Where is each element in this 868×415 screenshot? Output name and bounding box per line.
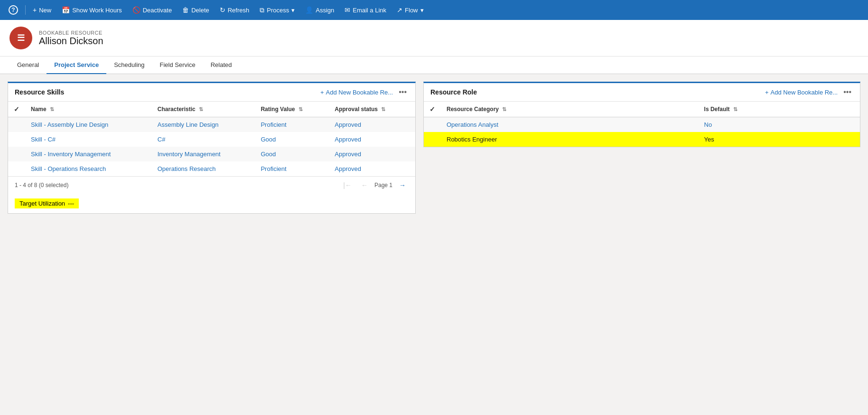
header-text: BOOKABLE RESOURCE Allison Dickson — [39, 30, 103, 47]
page-label: Page 1 — [374, 182, 392, 189]
skill-name[interactable]: Skill - Inventory Management — [25, 147, 152, 161]
main-toolbar: ? + New 📅 Show Work Hours 🚫 Deactivate 🗑… — [0, 0, 868, 20]
new-icon: + — [33, 6, 37, 14]
assign-button[interactable]: 👤 Assign — [300, 4, 339, 16]
skill-rating: Good — [255, 147, 329, 161]
page-controls: |← ← Page 1 → — [340, 180, 409, 190]
skill-rating: Good — [255, 132, 329, 147]
skill-rating: Proficient — [255, 117, 329, 132]
main-content: Resource Skills + Add New Bookable Re...… — [0, 74, 868, 221]
resource-skills-header: Resource Skills + Add New Bookable Re...… — [8, 83, 415, 102]
toolbar-divider-1 — [25, 5, 26, 15]
tab-related[interactable]: Related — [203, 57, 240, 74]
skill-characteristic[interactable]: Inventory Management — [152, 147, 255, 161]
skill-name[interactable]: Skill - Assembly Line Design — [25, 117, 152, 132]
skills-rating-header[interactable]: Rating Value ⇅ — [255, 102, 329, 117]
skill-approval: Approved — [329, 161, 415, 176]
skill-name[interactable]: Skill - C# — [25, 132, 152, 147]
default-sort-icon: ⇅ — [733, 106, 737, 112]
target-utilization-value: --- — [68, 200, 74, 207]
skills-check-header[interactable]: ✓ — [8, 102, 25, 117]
role-is-default: No — [699, 117, 860, 132]
rating-sort-icon: ⇅ — [299, 106, 303, 112]
skills-characteristic-header[interactable]: Characteristic ⇅ — [152, 102, 255, 117]
table-row[interactable]: Skill - Inventory Management Inventory M… — [8, 147, 415, 161]
next-page-button[interactable]: → — [396, 180, 409, 190]
role-default-header[interactable]: Is Default ⇅ — [699, 102, 860, 117]
calendar-icon: 📅 — [62, 6, 70, 14]
table-row[interactable]: Skill - C# C# Good Approved — [8, 132, 415, 147]
deactivate-icon: 🚫 — [132, 6, 140, 14]
skill-characteristic[interactable]: Assembly Line Design — [152, 117, 255, 132]
table-row[interactable]: Operations Analyst No — [424, 117, 860, 132]
target-utilization-section: Target Utilization --- — [8, 194, 415, 213]
row-check[interactable] — [8, 132, 25, 147]
flow-button[interactable]: ↗ Flow ▾ — [392, 4, 428, 16]
target-utilization-badge: Target Utilization --- — [15, 198, 79, 208]
skills-rating-label: Rating Value — [261, 106, 295, 113]
role-check-header[interactable]: ✓ — [424, 102, 441, 117]
process-icon: ⧉ — [260, 6, 264, 14]
skill-characteristic[interactable]: Operations Research — [152, 161, 255, 176]
refresh-icon: ↻ — [220, 6, 225, 14]
refresh-button[interactable]: ↻ Refresh — [215, 4, 254, 16]
skills-characteristic-label: Characteristic — [158, 106, 196, 113]
help-button[interactable]: ? — [4, 3, 23, 17]
resource-role-more-button[interactable]: ••• — [841, 88, 853, 96]
checkmark-icon: ✓ — [14, 105, 19, 113]
trash-icon: 🗑 — [182, 6, 189, 14]
approval-sort-icon: ⇅ — [381, 106, 385, 112]
new-button[interactable]: + New — [28, 4, 56, 16]
table-row[interactable]: Skill - Operations Research Operations R… — [8, 161, 415, 176]
role-category-header[interactable]: Resource Category ⇅ — [441, 102, 699, 117]
email-icon: ✉ — [345, 6, 350, 14]
target-utilization-label: Target Utilization — [19, 200, 65, 207]
role-name[interactable]: Robotics Engineer — [441, 132, 699, 147]
first-page-button[interactable]: |← — [340, 180, 355, 190]
skill-characteristic[interactable]: C# — [152, 132, 255, 147]
tab-project-service[interactable]: Project Service — [47, 57, 106, 74]
resource-role-title: Resource Role — [430, 88, 761, 96]
process-chevron-icon: ▾ — [291, 7, 295, 14]
tab-general[interactable]: General — [9, 57, 47, 74]
role-default-label: Is Default — [704, 106, 730, 113]
delete-button[interactable]: 🗑 Delete — [177, 4, 214, 16]
skills-approval-header[interactable]: Approval status ⇅ — [329, 102, 415, 117]
row-check[interactable] — [8, 117, 25, 132]
process-button[interactable]: ⧉ Process ▾ — [255, 4, 299, 16]
deactivate-button[interactable]: 🚫 Deactivate — [128, 4, 177, 16]
skills-count-label: 1 - 4 of 8 (0 selected) — [15, 182, 68, 189]
flow-chevron-icon: ▾ — [420, 7, 424, 14]
table-row[interactable]: Robotics Engineer Yes — [424, 132, 860, 147]
plus-icon: + — [320, 89, 324, 96]
show-work-hours-button[interactable]: 📅 Show Work Hours — [57, 4, 127, 16]
prev-page-button[interactable]: ← — [358, 180, 371, 190]
resource-skills-table: ✓ Name ⇅ Characteristic ⇅ Rating Value ⇅ — [8, 102, 415, 176]
add-resource-skill-button[interactable]: + Add New Bookable Re... — [320, 89, 393, 96]
email-link-button[interactable]: ✉ Email a Link — [340, 4, 391, 16]
row-check[interactable] — [8, 147, 25, 161]
help-icon: ? — [9, 5, 18, 15]
skill-name[interactable]: Skill - Operations Research — [25, 161, 152, 176]
skills-approval-label: Approval status — [335, 106, 378, 113]
category-sort-icon: ⇅ — [502, 106, 506, 112]
tab-scheduling[interactable]: Scheduling — [106, 57, 152, 74]
tab-field-service[interactable]: Field Service — [152, 57, 203, 74]
resource-skills-panel: Resource Skills + Add New Bookable Re...… — [8, 82, 416, 214]
skills-name-header[interactable]: Name ⇅ — [25, 102, 152, 117]
role-checkmark-icon: ✓ — [429, 105, 435, 113]
record-name: Allison Dickson — [39, 36, 103, 47]
avatar-icon: ☰ — [17, 33, 25, 43]
add-resource-role-button[interactable]: + Add New Bookable Re... — [765, 89, 838, 96]
table-row[interactable]: Skill - Assembly Line Design Assembly Li… — [8, 117, 415, 132]
role-name[interactable]: Operations Analyst — [441, 117, 699, 132]
resource-skills-more-button[interactable]: ••• — [397, 88, 409, 96]
resource-role-table: ✓ Resource Category ⇅ Is Default ⇅ Opera… — [424, 102, 860, 147]
skills-pagination: 1 - 4 of 8 (0 selected) |← ← Page 1 → — [8, 176, 415, 194]
row-check[interactable] — [8, 161, 25, 176]
role-row-check[interactable] — [424, 132, 441, 147]
resource-role-panel: Resource Role + Add New Bookable Re... •… — [423, 82, 860, 147]
role-category-label: Resource Category — [447, 106, 499, 113]
role-is-default: Yes — [699, 132, 860, 147]
role-row-check[interactable] — [424, 117, 441, 132]
